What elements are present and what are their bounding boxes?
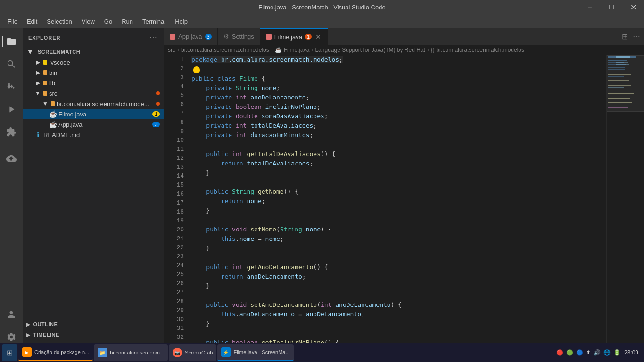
- taskbar: ⊞ ▶ Criação do package n... 📁 br.com.alu…: [0, 343, 644, 362]
- breadcrumb-src[interactable]: src: [168, 47, 175, 53]
- activity-search[interactable]: [2, 55, 21, 74]
- tab-label-settings: Settings: [232, 33, 254, 40]
- tabs-actions: ⊞ ⋯: [618, 28, 644, 45]
- taskbar-clock: 23:09: [624, 349, 638, 356]
- tree-label-vscode: .vscode: [49, 59, 164, 66]
- clock-time: 23:09: [624, 349, 638, 356]
- close-button[interactable]: ✕: [622, 0, 644, 14]
- breadcrumb-package[interactable]: br.com.alura.screenmatch.modelos: [181, 47, 269, 53]
- svg-rect-20: [608, 102, 632, 103]
- tree-label-app: App.java: [58, 121, 152, 128]
- tab-appjava[interactable]: App.java 3: [164, 28, 218, 45]
- menu-help[interactable]: Help: [171, 16, 191, 27]
- folder-icon: ▶: [34, 69, 41, 76]
- tab-badge-filme: 1: [305, 34, 312, 40]
- breadcrumb-filename[interactable]: Filme.java: [284, 47, 310, 53]
- java-file-icon: ☕: [49, 110, 57, 118]
- outline-section[interactable]: ▶ OUTLINE: [23, 319, 164, 329]
- activity-extensions[interactable]: [2, 123, 21, 141]
- title-bar: Filme.java - ScreenMatch - Visual Studio…: [0, 0, 644, 14]
- tree-label-bin: bin: [49, 69, 164, 76]
- task-icon-2: 📁: [98, 348, 107, 357]
- tab-settings[interactable]: ⚙ Settings: [218, 28, 260, 45]
- more-actions-button[interactable]: ⋯: [631, 30, 642, 43]
- tab-filmejava[interactable]: Filme.java 1 ✕: [260, 28, 328, 45]
- activity-explorer[interactable]: [2, 32, 21, 51]
- chevron-down-icon: ▼: [41, 100, 49, 107]
- activity-run[interactable]: [2, 100, 21, 119]
- new-file-button[interactable]: ⋯: [149, 32, 158, 43]
- split-editor-button[interactable]: ⊞: [620, 30, 630, 43]
- task-label-2: br.com.alura.screenm...: [110, 350, 164, 355]
- tree-item-app[interactable]: ☕ App.java 3: [23, 119, 164, 130]
- breadcrumb-file-icon: ☕: [275, 47, 282, 53]
- taskbar-start[interactable]: ⊞: [2, 344, 17, 361]
- breadcrumb-namespace[interactable]: {} br.com.alura.screenmatch.modelos: [431, 47, 524, 53]
- sidebar: EXPLORER ⋯ ▼ SCREENMATCH ▶ .vscode ▶ bin: [23, 28, 164, 350]
- tree-item-modelos[interactable]: ▼ br.com.alura.screenmatch.mode...: [23, 99, 164, 109]
- menu-run[interactable]: Run: [118, 16, 137, 27]
- tab-close-button[interactable]: ✕: [314, 33, 322, 41]
- tree-label-lib: lib: [49, 80, 164, 87]
- tree-item-src[interactable]: ▼ src: [23, 88, 164, 99]
- tree-item-filme[interactable]: ☕ Filme.java 1: [23, 109, 164, 119]
- svg-rect-18: [608, 93, 634, 94]
- task-label-1: Criação do package n...: [34, 349, 89, 355]
- chevron-icon: ▶: [26, 322, 31, 327]
- system-tray: 🔴 🟢 🔵 ⬆ 🔊 🌐 🔋: [556, 349, 620, 356]
- window-title: Filme.java - ScreenMatch - Visual Studio…: [258, 4, 385, 11]
- tabs-bar: App.java 3 ⚙ Settings Filme.java 1 ✕ ⊞ ⋯: [164, 28, 644, 45]
- settings-icon: ⚙: [223, 33, 229, 40]
- taskbar-btn2[interactable]: 📁 br.com.alura.screenm...: [94, 344, 168, 361]
- minimize-button[interactable]: −: [579, 0, 601, 14]
- taskbar-btn4[interactable]: ⚡ Filme.java - ScreenMa...: [217, 344, 293, 361]
- java-icon: [170, 34, 175, 40]
- activity-account[interactable]: [2, 305, 21, 324]
- minimap[interactable]: [606, 55, 644, 350]
- tree-item-bin[interactable]: ▶ bin: [23, 67, 164, 78]
- tree-item-screenmatch[interactable]: ▼ SCREENMATCH: [23, 47, 164, 57]
- chevron-icon: ▶: [26, 332, 31, 337]
- activity-source-control[interactable]: [2, 77, 21, 96]
- sidebar-title: EXPLORER: [28, 35, 61, 41]
- menu-edit[interactable]: Edit: [23, 16, 41, 27]
- breadcrumb-language[interactable]: Language Support for Java(TM) by Red Hat: [315, 47, 425, 53]
- menu-selection[interactable]: Selection: [43, 16, 75, 27]
- code-container: 12345 678910 1112131415 1617181920 21222…: [164, 55, 644, 350]
- editor-area: App.java 3 ⚙ Settings Filme.java 1 ✕ ⊞ ⋯…: [164, 28, 644, 350]
- windows-icon: ⊞: [7, 348, 13, 357]
- menu-terminal[interactable]: Terminal: [139, 16, 169, 27]
- tab-label-app: App.java: [178, 33, 202, 40]
- taskbar-btn1[interactable]: ▶ Criação do package n...: [18, 344, 93, 361]
- main-container: EXPLORER ⋯ ▼ SCREENMATCH ▶ .vscode ▶ bin: [0, 28, 644, 350]
- task-label-4: Filme.java - ScreenMa...: [233, 349, 289, 355]
- tree-item-readme[interactable]: ℹ README.md: [23, 130, 164, 140]
- chevron-down-icon: ▼: [34, 90, 41, 97]
- svg-rect-21: [608, 107, 628, 108]
- tree-item-vscode[interactable]: ▶ .vscode: [23, 57, 164, 67]
- modification-badge: 1: [152, 111, 160, 117]
- activity-test[interactable]: [2, 149, 21, 168]
- tree-label-modelos: br.com.alura.screenmatch.mode...: [57, 100, 156, 107]
- tree-item-lib[interactable]: ▶ lib: [23, 78, 164, 88]
- timeline-section[interactable]: ▶ TIMELINE: [23, 329, 164, 340]
- svg-rect-19: [608, 98, 630, 99]
- sidebar-header: EXPLORER ⋯: [23, 28, 164, 47]
- tree-label: SCREENMATCH: [38, 49, 164, 55]
- code-editor[interactable]: package br.com.alura.screenmatch.modelos…: [188, 55, 606, 350]
- activity-bar: [0, 28, 23, 350]
- taskbar-btn3[interactable]: 📷 ScreenGrab: [169, 344, 216, 361]
- modified-dot: [156, 102, 160, 106]
- lightbulb-icon[interactable]: [193, 66, 200, 73]
- menu-file[interactable]: File: [4, 16, 21, 27]
- java-file-icon: ☕: [49, 121, 57, 128]
- folder-icon: ▶: [34, 79, 41, 87]
- menu-view[interactable]: View: [78, 16, 99, 27]
- line-numbers: 12345 678910 1112131415 1617181920 21222…: [164, 55, 188, 350]
- menu-go[interactable]: Go: [100, 16, 116, 27]
- maximize-button[interactable]: □: [601, 0, 622, 14]
- java-icon: [266, 34, 272, 40]
- task-icon-3: 📷: [173, 348, 182, 357]
- folder-icon: ▶: [34, 58, 41, 66]
- breadcrumb: src › br.com.alura.screenmatch.modelos ›…: [164, 45, 644, 55]
